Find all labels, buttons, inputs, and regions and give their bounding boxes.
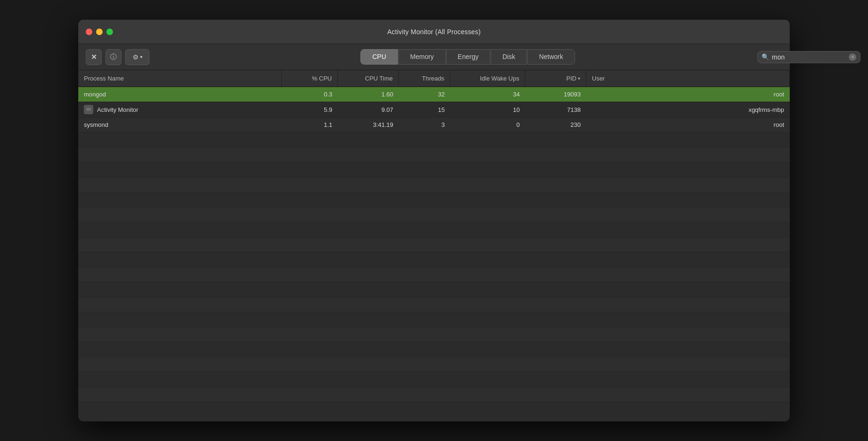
close-button[interactable]: [86, 29, 92, 35]
cell-cpu-pct: 1.1: [282, 118, 338, 131]
empty-row: [78, 282, 790, 297]
cell-pid: 7138: [525, 103, 586, 116]
tab-energy[interactable]: Energy: [446, 49, 490, 65]
empty-row: [78, 162, 790, 177]
window-controls: [86, 29, 113, 35]
empty-row: [78, 312, 790, 327]
cell-user: root: [586, 88, 790, 101]
cell-cpu-time: 3:41.19: [338, 118, 399, 131]
table-row[interactable]: sysmond1.13:41.1930230root: [78, 118, 790, 132]
empty-row: [78, 222, 790, 237]
empty-row: [78, 387, 790, 402]
cell-idle-wake-ups: 0: [450, 118, 525, 131]
cell-cpu-time: 9.07: [338, 103, 399, 116]
table-row[interactable]: mongod0.31.60323419093root: [78, 87, 790, 102]
cell-idle-wake-ups: 10: [450, 103, 525, 116]
tab-disk[interactable]: Disk: [491, 49, 527, 65]
empty-row: [78, 252, 790, 267]
empty-row: [78, 297, 790, 312]
cell-cpu-time: 1.60: [338, 88, 399, 101]
col-header-threads[interactable]: Threads: [399, 70, 450, 87]
process-name-text: sysmond: [84, 121, 108, 128]
table-row[interactable]: Activity Monitor5.99.0715107138xgqfrms-m…: [78, 102, 790, 118]
minimize-button[interactable]: [96, 29, 103, 35]
toolbar: ✕ ⓘ ⚙ ▾ CPU Memory Energy Disk Network 🔍…: [78, 44, 790, 70]
cell-threads: 32: [399, 88, 450, 101]
activity-monitor-window: Activity Monitor (All Processes) ✕ ⓘ ⚙ ▾…: [78, 19, 790, 422]
search-icon: 🔍: [762, 53, 769, 60]
table-header: Process Name % CPU CPU Time Threads Idle…: [78, 70, 790, 87]
process-name-text: mongod: [84, 91, 106, 98]
title-bar: Activity Monitor (All Processes): [78, 20, 790, 44]
empty-row: [78, 342, 790, 357]
process-name-text: Activity Monitor: [97, 106, 138, 113]
chevron-down-icon: ▾: [140, 54, 142, 59]
gear-menu-button[interactable]: ⚙ ▾: [125, 49, 150, 65]
process-icon: [84, 105, 93, 114]
col-header-idle-wake-ups[interactable]: Idle Wake Ups: [450, 70, 525, 87]
empty-row: [78, 132, 790, 147]
window-title: Activity Monitor (All Processes): [387, 28, 480, 36]
search-input[interactable]: [772, 53, 790, 61]
empty-row: [78, 237, 790, 252]
info-icon: ⓘ: [110, 53, 117, 61]
table-body: mongod0.31.60323419093rootActivity Monit…: [78, 87, 790, 402]
process-table-container: Process Name % CPU CPU Time Threads Idle…: [78, 70, 790, 421]
cell-process-name: mongod: [78, 88, 282, 101]
col-header-pid[interactable]: PID ▾: [525, 70, 586, 87]
cell-pid: 19093: [525, 88, 586, 101]
col-header-user[interactable]: User: [586, 70, 790, 87]
cell-threads: 15: [399, 103, 450, 116]
cell-cpu-pct: 0.3: [282, 88, 338, 101]
cell-pid: 230: [525, 118, 586, 131]
col-header-process-name[interactable]: Process Name: [78, 70, 282, 87]
col-header-cpu-pct[interactable]: % CPU: [282, 70, 338, 87]
close-process-button[interactable]: ✕: [86, 49, 102, 65]
empty-row: [78, 147, 790, 162]
tab-memory[interactable]: Memory: [398, 49, 446, 65]
col-header-cpu-time[interactable]: CPU Time: [338, 70, 399, 87]
cell-user: root: [586, 118, 790, 131]
tab-network[interactable]: Network: [527, 49, 575, 65]
cell-cpu-pct: 5.9: [282, 103, 338, 116]
svg-rect-0: [86, 107, 91, 112]
close-process-icon: ✕: [91, 53, 97, 61]
inspect-process-button[interactable]: ⓘ: [105, 49, 121, 65]
maximize-button[interactable]: [106, 29, 113, 35]
cell-threads: 3: [399, 118, 450, 131]
search-container: 🔍 ✕: [757, 51, 790, 63]
empty-row: [78, 357, 790, 372]
cell-process-name: sysmond: [78, 118, 282, 131]
cell-process-name: Activity Monitor: [78, 102, 282, 117]
empty-row: [78, 207, 790, 222]
cell-user: xgqfrms-mbp: [586, 103, 790, 116]
empty-row: [78, 267, 790, 282]
empty-row: [78, 372, 790, 387]
tab-group: CPU Memory Energy Disk Network: [360, 49, 575, 65]
cell-idle-wake-ups: 34: [450, 88, 525, 101]
sort-arrow-icon: ▾: [578, 76, 580, 81]
empty-row: [78, 327, 790, 342]
tab-cpu[interactable]: CPU: [360, 49, 398, 65]
empty-row: [78, 177, 790, 192]
empty-row: [78, 192, 790, 207]
gear-icon: ⚙: [133, 53, 139, 61]
